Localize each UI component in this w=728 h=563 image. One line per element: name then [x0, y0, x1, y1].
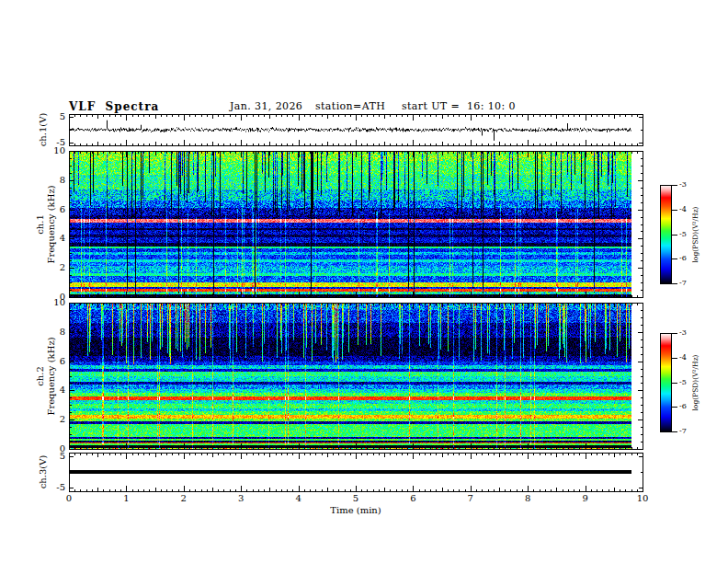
- x-tick-label: 10: [624, 494, 661, 503]
- colorbar-ch1-label: log(PSD)(V²/Hz): [691, 206, 700, 262]
- ch3-waveform-canvas: [69, 453, 643, 492]
- ch1-spec-ylabel-frequency: Frequency (kHz): [46, 185, 56, 263]
- y-tick-label: 8: [28, 327, 65, 337]
- x-tick-label: 1: [108, 494, 144, 503]
- plot-start-ut: start UT = 16: 10: 0: [402, 100, 516, 113]
- x-tick-label: 3: [222, 494, 259, 503]
- plot-station: station=ATH: [315, 100, 385, 113]
- y-tick-label: -5: [28, 483, 65, 492]
- ch2-spectrogram-canvas: [69, 303, 643, 450]
- colorbar-tick-label: -5: [679, 379, 687, 386]
- x-tick-label: 0: [51, 494, 87, 503]
- y-tick-label: 2: [28, 415, 65, 424]
- y-tick-label: 6: [28, 357, 65, 366]
- x-axis-label: Time (min): [264, 505, 448, 515]
- colorbar-tick-label: -5: [679, 231, 687, 238]
- x-tick-label: 5: [337, 494, 374, 503]
- y-tick-label: 5: [28, 112, 65, 121]
- colorbar-tick-label: -3: [679, 329, 687, 337]
- x-tick-label: 9: [567, 494, 604, 503]
- ch1-spec-ylabel-channel: ch.1: [35, 214, 45, 235]
- colorbar-tick-label: -4: [679, 354, 687, 362]
- y-tick-label: 10: [28, 146, 65, 155]
- colorbar-tick-label: -4: [679, 206, 687, 213]
- colorbar-tick-label: -7: [679, 428, 687, 435]
- ch1-waveform-canvas: [69, 114, 643, 146]
- plot-title: VLF Spectra: [69, 100, 159, 113]
- y-tick-label: 10: [28, 298, 65, 307]
- y-tick-label: 8: [28, 176, 65, 185]
- colorbar-tick-label: -6: [679, 255, 687, 262]
- x-tick-label: 7: [452, 494, 489, 503]
- ch2-spec-ylabel-channel: ch.2: [35, 366, 45, 386]
- colorbar-ch2-label: log(PSD)(V²/Hz): [691, 354, 700, 410]
- plot-date: Jan. 31, 2026: [230, 100, 302, 113]
- colorbar-tick-label: -7: [679, 280, 687, 287]
- colorbar-tick-label: -3: [679, 181, 687, 189]
- vlf-spectra-figure: VLF Spectra Jan. 31, 2026 station=ATH st…: [0, 0, 728, 563]
- y-tick-label: 2: [28, 263, 65, 272]
- colorbar-ch2: [660, 333, 677, 432]
- y-tick-label: 4: [28, 234, 65, 243]
- ch2-spec-ylabel-frequency: Frequency (kHz): [46, 337, 56, 415]
- y-tick-label: 6: [28, 205, 65, 214]
- x-tick-label: 8: [509, 494, 546, 503]
- y-tick-label: 4: [28, 385, 65, 395]
- colorbar-ch1: [660, 185, 677, 284]
- ch1-spectrogram-canvas: [69, 151, 643, 298]
- x-tick-label: 4: [280, 494, 317, 503]
- colorbar-tick-label: -6: [679, 403, 687, 410]
- x-tick-label: 6: [394, 494, 431, 503]
- x-tick-label: 2: [165, 494, 202, 503]
- y-tick-label: 5: [28, 452, 65, 461]
